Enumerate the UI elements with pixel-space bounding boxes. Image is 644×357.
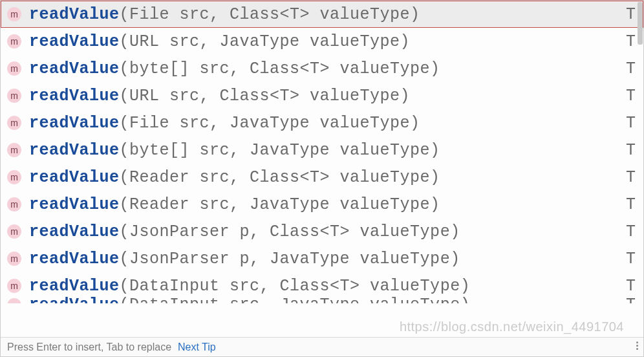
completion-list[interactable]: mreadValue(File src, Class<T> valueType)…	[1, 1, 643, 337]
method-icon: m	[7, 89, 21, 103]
completion-signature: readValue(URL src, Class<T> valueType)	[29, 87, 621, 105]
code-completion-popup: mreadValue(File src, Class<T> valueType)…	[1, 1, 643, 356]
method-icon: m	[7, 170, 21, 184]
return-type: T	[621, 5, 639, 24]
method-icon: m	[7, 116, 21, 130]
completion-item[interactable]: mreadValue(Reader src, JavaType valueTyp…	[1, 191, 643, 218]
method-icon: m	[7, 61, 21, 76]
method-icon: m	[7, 143, 21, 157]
completion-item[interactable]: mreadValue(Reader src, Class<T> valueTyp…	[1, 164, 643, 191]
next-tip-link[interactable]: Next Tip	[178, 341, 216, 353]
completion-signature: readValue(Reader src, Class<T> valueType…	[29, 168, 621, 187]
completion-signature: readValue(byte[] src, Class<T> valueType…	[29, 60, 621, 78]
completion-item[interactable]: mreadValue(File src, JavaType valueType)…	[1, 109, 643, 136]
completion-item[interactable]: mreadValue(URL src, Class<T> valueType)T	[1, 82, 643, 109]
method-icon: m	[7, 34, 21, 49]
footer-hint: Press Enter to insert, Tab to replace	[7, 341, 171, 353]
completion-signature: readValue(byte[] src, JavaType valueType…	[29, 141, 621, 160]
return-type: T	[621, 250, 639, 268]
completion-item[interactable]: mreadValue(URL src, JavaType valueType)T	[1, 28, 643, 55]
completion-signature: readValue(Reader src, JavaType valueType…	[29, 195, 621, 214]
completion-item[interactable]: mreadValue(JsonParser p, JavaType valueT…	[1, 245, 643, 272]
method-icon: m	[7, 224, 21, 239]
completion-item-partial[interactable]: mreadValue(DataInput src, JavaType value…	[1, 292, 643, 303]
scrollbar-thumb[interactable]	[638, 2, 643, 45]
method-icon: m	[7, 279, 21, 293]
completion-signature: readValue(URL src, JavaType valueType)	[29, 32, 621, 51]
completion-item[interactable]: mreadValue(File src, Class<T> valueType)…	[1, 1, 643, 28]
return-type: T	[621, 114, 639, 133]
method-icon: m	[7, 7, 21, 21]
completion-signature: readValue(JsonParser p, JavaType valueTy…	[29, 250, 621, 268]
return-type: T	[621, 222, 639, 241]
completion-signature: readValue(DataInput src, JavaType valueT…	[29, 292, 621, 303]
completion-footer: Press Enter to insert, Tab to replace Ne…	[1, 337, 643, 356]
completion-signature: readValue(File src, JavaType valueType)	[29, 114, 621, 133]
return-type: T	[621, 195, 639, 214]
return-type: T	[621, 292, 639, 303]
completion-item[interactable]: mreadValue(byte[] src, Class<T> valueTyp…	[1, 55, 643, 82]
completion-signature: readValue(JsonParser p, Class<T> valueTy…	[29, 222, 621, 241]
more-options-icon[interactable]	[636, 341, 638, 350]
method-icon: m	[7, 197, 21, 211]
method-icon: m	[7, 252, 21, 266]
return-type: T	[621, 60, 639, 78]
completion-item[interactable]: mreadValue(JsonParser p, Class<T> valueT…	[1, 218, 643, 245]
completion-item[interactable]: mreadValue(byte[] src, JavaType valueTyp…	[1, 136, 643, 164]
return-type: T	[621, 87, 639, 105]
return-type: T	[621, 168, 639, 187]
return-type: T	[621, 32, 639, 51]
completion-signature: readValue(File src, Class<T> valueType)	[29, 5, 621, 24]
method-icon: m	[7, 298, 21, 303]
return-type: T	[621, 141, 639, 160]
